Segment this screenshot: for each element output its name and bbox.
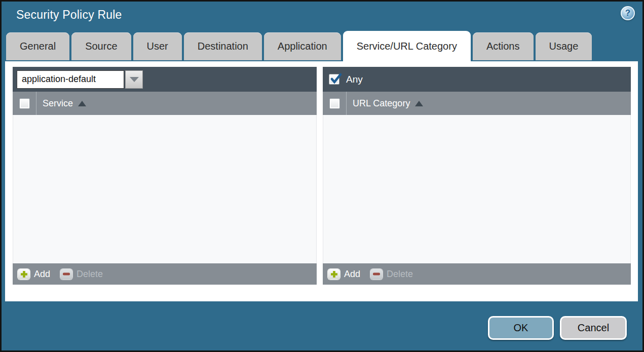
url-category-add-button[interactable]: Add xyxy=(328,269,360,280)
url-category-column-header[interactable]: URL Category xyxy=(347,98,423,109)
security-policy-rule-dialog: Security Policy Rule ? General Source Us… xyxy=(0,0,644,352)
service-mode-bar xyxy=(13,67,317,92)
service-mode-combobox xyxy=(17,70,143,89)
any-checkbox[interactable] xyxy=(329,74,339,85)
service-toolbar: Add Delete xyxy=(13,263,317,285)
minus-icon xyxy=(60,269,72,280)
url-category-toolbar: Add Delete xyxy=(323,263,631,285)
url-category-select-all-checkbox[interactable] xyxy=(329,98,340,109)
service-table-header: Service xyxy=(13,92,317,115)
service-mode-dropdown-button[interactable] xyxy=(125,70,143,89)
tab-service-url-category[interactable]: Service/URL Category xyxy=(343,31,471,61)
tab-bar: General Source User Destination Applicat… xyxy=(6,32,592,61)
minus-icon xyxy=(370,269,383,280)
tab-content: Service Add Delete xyxy=(5,61,638,301)
service-mode-input[interactable] xyxy=(17,70,124,89)
url-category-delete-button[interactable]: Delete xyxy=(370,269,413,280)
tab-actions[interactable]: Actions xyxy=(473,32,534,60)
service-delete-button[interactable]: Delete xyxy=(60,269,103,280)
service-select-all-checkbox[interactable] xyxy=(19,98,30,109)
help-glyph: ? xyxy=(625,8,630,18)
tab-general[interactable]: General xyxy=(6,32,69,60)
check-icon xyxy=(330,73,342,85)
service-panel: Service Add Delete xyxy=(13,67,317,285)
service-column-header[interactable]: Service xyxy=(36,98,86,109)
plus-icon xyxy=(18,269,30,280)
service-add-button[interactable]: Add xyxy=(18,269,50,280)
sort-asc-icon xyxy=(78,101,86,106)
plus-icon xyxy=(328,269,340,280)
url-category-any-bar: Any xyxy=(323,67,631,92)
ok-button[interactable]: OK xyxy=(488,316,554,340)
tab-user[interactable]: User xyxy=(133,32,182,60)
tab-source[interactable]: Source xyxy=(71,32,131,60)
url-category-panel: Any URL Category Add xyxy=(323,67,631,285)
dialog-title: Security Policy Rule xyxy=(16,8,122,22)
tab-application[interactable]: Application xyxy=(264,32,341,60)
tab-destination[interactable]: Destination xyxy=(184,32,262,60)
tab-usage[interactable]: Usage xyxy=(536,32,592,60)
chevron-down-icon xyxy=(130,77,139,82)
cancel-button[interactable]: Cancel xyxy=(560,316,627,340)
sort-asc-icon xyxy=(415,101,423,106)
service-list xyxy=(13,115,317,263)
url-category-list xyxy=(323,115,631,263)
any-checkbox-row: Any xyxy=(327,74,363,85)
url-category-table-header: URL Category xyxy=(323,92,631,115)
any-label: Any xyxy=(346,74,363,85)
help-icon[interactable]: ? xyxy=(621,6,635,20)
